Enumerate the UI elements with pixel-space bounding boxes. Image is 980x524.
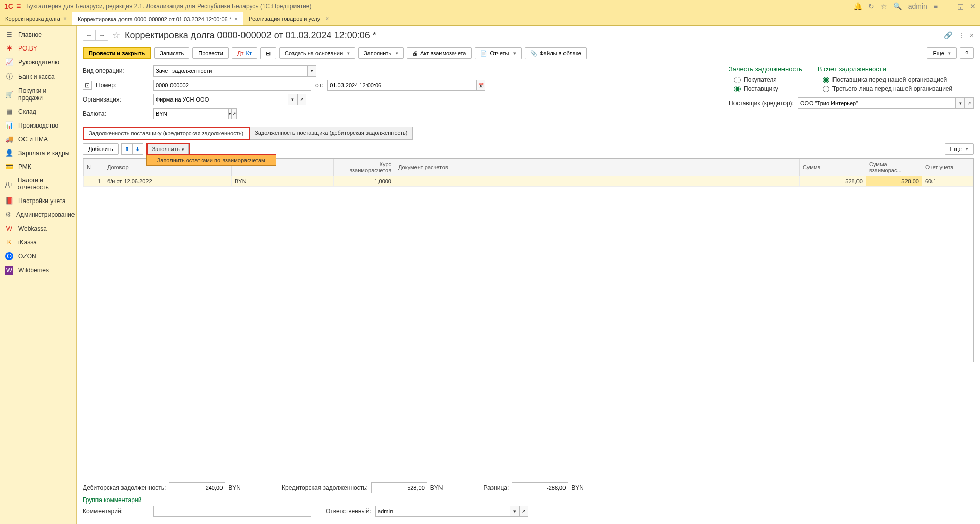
open-icon[interactable]: ↗ <box>297 94 306 105</box>
tab-0[interactable]: Корректировка долга × <box>0 12 72 25</box>
forward-button[interactable]: → <box>95 30 108 40</box>
sidebar-item-taxes[interactable]: ДтНалоги и отчетность <box>0 173 76 194</box>
col-sum[interactable]: Сумма <box>800 159 866 176</box>
currency-input[interactable] <box>153 108 228 119</box>
radio-supplier[interactable]: Поставщику <box>729 84 802 93</box>
bell-icon[interactable]: 🔔 <box>853 2 862 10</box>
dt-kt-button[interactable]: ДтКт <box>232 47 257 59</box>
fill-button[interactable]: Заполнить <box>358 47 404 59</box>
act-button[interactable]: 🖨Акт взаимозачета <box>407 47 472 59</box>
sidebar-item-bank[interactable]: ⓘБанк и касса <box>0 69 76 84</box>
sidebar-item-main[interactable]: ☰Главное <box>0 28 76 41</box>
org-input[interactable] <box>153 94 288 105</box>
tab-1[interactable]: Корректировка долга 0000-000002 от 01.03… <box>72 12 243 25</box>
create-based-button[interactable]: Создать на основании <box>279 47 355 59</box>
ptab-creditor[interactable]: Задолженность поставщику (кредиторская з… <box>83 127 250 140</box>
dropdown-icon[interactable]: ▾ <box>288 94 297 105</box>
comment-group-link[interactable]: Группа комментарий <box>83 496 974 504</box>
help-button[interactable]: ? <box>960 47 974 59</box>
move-up-button[interactable]: ⬆ <box>121 143 133 155</box>
sidebar-item-webkassa[interactable]: WWebkassa <box>0 221 76 235</box>
tab-2[interactable]: Реализация товаров и услуг × <box>243 12 334 25</box>
add-button[interactable]: Добавить <box>83 143 119 155</box>
open-icon[interactable]: ↗ <box>232 108 237 119</box>
more-button[interactable]: Еще <box>927 47 956 59</box>
calendar-icon[interactable]: 📅 <box>476 80 485 91</box>
cell-doc[interactable] <box>395 176 800 187</box>
open-icon[interactable]: ↗ <box>519 506 528 517</box>
table-row[interactable]: 1 б/н от 12.06.2022 BYN 1,0000 528,00 52… <box>84 176 973 187</box>
responsible-input[interactable] <box>375 506 510 517</box>
sidebar-item-rmk[interactable]: 💳РМК <box>0 160 76 173</box>
close-icon[interactable]: ✕ <box>970 2 976 10</box>
favorite-icon[interactable]: ☆ <box>112 30 120 41</box>
user-name[interactable]: admin <box>908 2 927 10</box>
post-button[interactable]: Провести <box>192 47 229 59</box>
move-down-button[interactable]: ⬇ <box>132 143 143 155</box>
date-input[interactable] <box>327 80 476 91</box>
supplier-input[interactable] <box>798 97 955 109</box>
sidebar-item-salary[interactable]: 👤Зарплата и кадры <box>0 146 76 160</box>
cell-rate[interactable]: 1,0000 <box>334 176 395 187</box>
open-icon[interactable]: ↗ <box>965 97 974 109</box>
reports-button[interactable]: 📄Отчеты <box>475 47 521 59</box>
back-button[interactable]: ← <box>83 30 95 40</box>
link-icon[interactable]: 🔗 <box>944 31 952 39</box>
col-rate[interactable]: Курс взаиморасчетов <box>334 159 395 176</box>
sidebar-item-admin[interactable]: ⚙Администрирование <box>0 208 76 221</box>
dropdown-icon[interactable]: ▾ <box>510 506 519 517</box>
menu-icon[interactable]: ≡ <box>16 2 21 11</box>
table-fill-button[interactable]: Заполнить <box>148 144 189 154</box>
radio-buyer[interactable]: Покупателя <box>729 75 802 84</box>
dropdown-icon[interactable]: ▾ <box>955 97 965 109</box>
sidebar-item-ikassa[interactable]: KiKassa <box>0 235 76 249</box>
diff-input[interactable] <box>512 482 568 493</box>
close-icon[interactable]: × <box>63 15 67 22</box>
cell-n[interactable]: 1 <box>84 176 104 187</box>
ptab-debtor[interactable]: Задолженность поставщика (дебиторская за… <box>249 127 413 140</box>
col-account[interactable]: Счет учета <box>922 159 973 176</box>
sidebar-item-production[interactable]: 📊Производство <box>0 118 76 132</box>
cell-sum-settle[interactable]: 528,00 <box>866 176 922 187</box>
maximize-icon[interactable]: ◱ <box>957 2 964 10</box>
cell-currency[interactable]: BYN <box>232 176 334 187</box>
cell-contract[interactable]: б/н от 12.06.2022 <box>104 176 232 187</box>
cell-account[interactable]: 60.1 <box>922 176 973 187</box>
minimize-icon[interactable]: — <box>944 2 951 10</box>
close-icon[interactable]: × <box>325 15 329 22</box>
radio-third-party[interactable]: Третьего лица перед нашей организацией <box>818 84 953 93</box>
dropdown-icon[interactable]: ▾ <box>228 108 232 119</box>
op-type-input[interactable] <box>153 65 307 77</box>
files-button[interactable]: 📎Файлы в облаке <box>525 47 587 59</box>
sidebar-item-assets[interactable]: 🚚ОС и НМА <box>0 132 76 146</box>
fill-dropdown-item[interactable]: Заполнить остатками по взаиморасчетам <box>146 154 276 166</box>
col-doc[interactable]: Документ расчетов <box>395 159 800 176</box>
credit-total-input[interactable] <box>371 482 427 493</box>
radio-supplier-to-us[interactable]: Поставщика перед нашей организацией <box>818 75 953 84</box>
close-icon[interactable]: × <box>234 16 238 23</box>
sidebar-item-manager[interactable]: 📈Руководителю <box>0 55 76 69</box>
comment-input[interactable] <box>153 506 311 517</box>
structure-button[interactable]: ⊞ <box>260 47 276 59</box>
sidebar-item-settings[interactable]: 📕Настройки учета <box>0 194 76 208</box>
table-more-button[interactable]: Еще <box>945 143 974 155</box>
col-n[interactable]: N <box>84 159 104 176</box>
debit-total-input[interactable] <box>169 482 225 493</box>
lock-icon[interactable]: ⊡ <box>83 81 92 90</box>
col-sum-settle[interactable]: Сумма взаиморас... <box>866 159 922 176</box>
close-page-icon[interactable]: × <box>970 31 974 39</box>
history-icon[interactable]: ↻ <box>868 2 874 10</box>
sidebar-item-poby[interactable]: ✱PO.BY <box>0 41 76 55</box>
save-button[interactable]: Записать <box>154 47 189 59</box>
post-close-button[interactable]: Провести и закрыть <box>83 47 151 59</box>
sidebar-item-ozon[interactable]: OOZON <box>0 249 76 263</box>
search-icon[interactable]: 🔍 <box>893 2 902 10</box>
number-input[interactable] <box>153 80 311 91</box>
sidebar-item-wildberries[interactable]: WWildberries <box>0 263 76 278</box>
dropdown-icon[interactable]: ▾ <box>307 65 316 77</box>
sidebar-item-sales[interactable]: 🛒Покупки и продажи <box>0 84 76 105</box>
more-icon[interactable]: ⋮ <box>958 31 965 39</box>
sidebar-item-warehouse[interactable]: ▦Склад <box>0 105 76 118</box>
star-icon[interactable]: ☆ <box>880 2 887 10</box>
cell-sum[interactable]: 528,00 <box>800 176 866 187</box>
